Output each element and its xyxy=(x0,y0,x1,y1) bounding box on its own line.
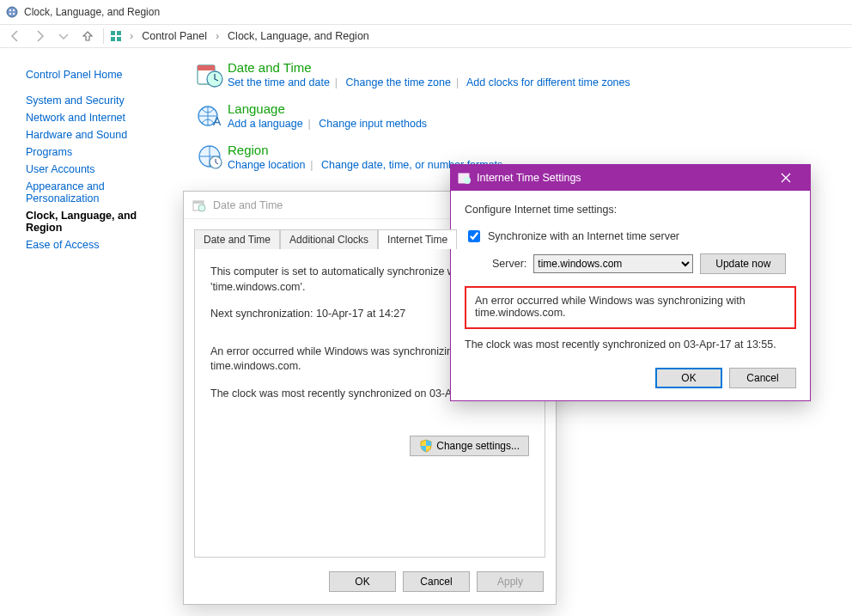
up-button[interactable] xyxy=(77,26,98,46)
sidebar-item-system[interactable]: System and Security xyxy=(26,95,173,107)
dialog2-titlebar[interactable]: Internet Time Settings xyxy=(451,165,810,191)
recent-dropdown[interactable] xyxy=(53,26,74,46)
app-icon xyxy=(5,5,19,19)
svg-rect-17 xyxy=(193,201,204,204)
category-datetime: Date and Time Set the time and date| Cha… xyxy=(193,60,843,95)
dialog-buttons: OK Cancel Apply xyxy=(184,568,556,602)
configure-text: Configure Internet time settings: xyxy=(465,203,796,217)
region-heading[interactable]: Region xyxy=(228,143,502,157)
link-set-time-date[interactable]: Set the time and date xyxy=(228,76,330,88)
chevron-right-icon: › xyxy=(126,30,137,42)
server-label: Server: xyxy=(492,258,526,270)
forward-button[interactable] xyxy=(29,26,50,46)
cancel-button[interactable]: Cancel xyxy=(403,571,470,592)
apply-button[interactable]: Apply xyxy=(477,571,544,592)
svg-point-18 xyxy=(198,204,205,211)
dialog2-buttons: OK Cancel xyxy=(451,363,810,400)
globe-clock-icon xyxy=(193,143,228,177)
tab-additional-clocks[interactable]: Additional Clocks xyxy=(280,229,378,249)
link-change-tz[interactable]: Change the time zone xyxy=(346,76,451,88)
sidebar-item-programs[interactable]: Programs xyxy=(26,146,173,158)
crumb-control-panel[interactable]: Control Panel xyxy=(140,28,209,44)
error-message: An error occurred while Windows was sync… xyxy=(475,295,746,319)
change-settings-button[interactable]: Change settings... xyxy=(410,436,529,456)
svg-text:A: A xyxy=(213,114,222,128)
category-language: A Language Add a language| Change input … xyxy=(193,101,843,136)
nav-toolbar: › Control Panel › Clock, Language, and R… xyxy=(0,24,852,48)
crumb-clock-language-region[interactable]: Clock, Language, and Region xyxy=(226,28,371,44)
server-select[interactable]: time.windows.com xyxy=(533,254,693,273)
link-add-clocks[interactable]: Add clocks for different time zones xyxy=(466,76,630,88)
close-icon xyxy=(781,173,791,183)
svg-rect-3 xyxy=(9,13,11,15)
calendar-icon xyxy=(192,198,206,212)
internet-time-dialog: Internet Time Settings Configure Interne… xyxy=(450,164,811,401)
update-now-button[interactable]: Update now xyxy=(700,253,786,274)
error-highlight-box: An error occurred while Windows was sync… xyxy=(465,286,796,329)
sidebar-item-ease[interactable]: Ease of Access xyxy=(26,239,173,251)
svg-rect-7 xyxy=(111,37,115,41)
tab-date-time[interactable]: Date and Time xyxy=(194,229,280,249)
sidebar-item-clock[interactable]: Clock, Language, and Region xyxy=(26,210,173,234)
svg-rect-1 xyxy=(9,9,11,11)
svg-rect-5 xyxy=(111,31,115,35)
clock-calendar-icon xyxy=(193,60,228,95)
cancel-button[interactable]: Cancel xyxy=(729,368,796,388)
svg-rect-10 xyxy=(198,65,215,70)
sidebar-item-users[interactable]: User Accounts xyxy=(26,163,173,175)
chevron-right-icon: › xyxy=(212,30,222,42)
sync-checkbox-label: Synchronize with an Internet time server xyxy=(488,230,679,242)
sync-checkbox[interactable] xyxy=(468,230,480,242)
calendar-icon xyxy=(458,171,472,185)
ok-button[interactable]: OK xyxy=(329,571,396,592)
dialog2-title: Internet Time Settings xyxy=(477,172,581,184)
divider xyxy=(103,28,104,44)
svg-point-20 xyxy=(464,177,471,184)
last-sync-text: The clock was most recently synchronized… xyxy=(465,338,796,352)
sidebar-item-appearance[interactable]: Appearance and Personalization xyxy=(26,180,137,204)
tab-internet-time[interactable]: Internet Time xyxy=(378,229,457,249)
sidebar: Control Panel Home System and Security N… xyxy=(0,48,185,271)
dialog-title: Date and Time xyxy=(213,199,283,211)
main-titlebar: Clock, Language, and Region xyxy=(0,0,852,24)
back-button[interactable] xyxy=(5,26,26,46)
link-change-location[interactable]: Change location xyxy=(228,159,305,171)
close-button[interactable] xyxy=(769,165,803,191)
change-settings-label: Change settings... xyxy=(436,440,520,452)
svg-rect-2 xyxy=(13,9,15,11)
svg-rect-8 xyxy=(117,37,121,41)
language-icon: A xyxy=(193,101,228,136)
sidebar-item-network[interactable]: Network and Internet xyxy=(26,112,173,124)
svg-rect-6 xyxy=(117,31,121,35)
datetime-heading[interactable]: Date and Time xyxy=(228,60,630,75)
svg-point-0 xyxy=(7,7,17,17)
link-add-lang[interactable]: Add a language xyxy=(228,118,303,130)
svg-rect-4 xyxy=(13,13,15,15)
sidebar-item-home[interactable]: Control Panel Home xyxy=(26,69,173,81)
shield-icon xyxy=(419,439,433,453)
ok-button[interactable]: OK xyxy=(655,368,722,388)
window-title: Clock, Language, and Region xyxy=(24,6,160,18)
dialog2-body: Configure Internet time settings: Synchr… xyxy=(451,191,810,363)
language-heading[interactable]: Language xyxy=(228,101,427,116)
sidebar-item-hardware[interactable]: Hardware and Sound xyxy=(26,129,173,141)
breadcrumb-icon xyxy=(109,29,123,43)
link-input-methods[interactable]: Change input methods xyxy=(319,118,427,130)
